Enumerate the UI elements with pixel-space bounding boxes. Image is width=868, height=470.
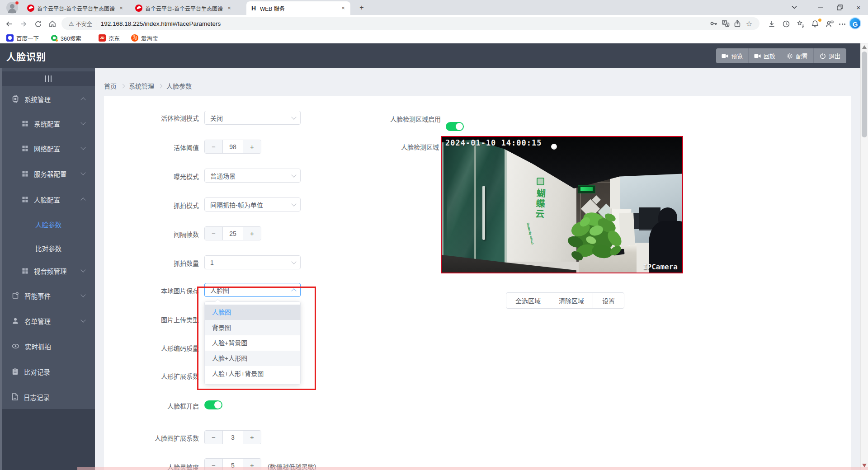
- playback-button[interactable]: 回放: [749, 48, 781, 63]
- chevron-down-icon: [80, 317, 85, 322]
- more-menu-icon[interactable]: [836, 18, 848, 30]
- sidebar-item-network-config[interactable]: 网络配置: [2, 138, 95, 158]
- bookmark-baidu[interactable]: 百度一下: [6, 33, 39, 42]
- extension-g-logo[interactable]: G: [849, 17, 861, 29]
- window-minimize-button[interactable]: [814, 0, 827, 14]
- translate-icon[interactable]: [720, 18, 731, 29]
- browser-profile-avatar[interactable]: [6, 2, 18, 14]
- sidebar-collapse-button[interactable]: [2, 71, 95, 86]
- clear-area-button[interactable]: 清除区域: [550, 292, 593, 309]
- chevron-down-icon: [291, 259, 296, 264]
- chevron-down-icon: [80, 292, 85, 297]
- share-icon[interactable]: [731, 18, 743, 29]
- tab-title: WEB 服务: [260, 5, 337, 12]
- tab-close-icon[interactable]: ×: [118, 5, 125, 12]
- download-icon[interactable]: [766, 18, 778, 30]
- configure-button[interactable]: 配置: [781, 48, 814, 63]
- bookmark-jd[interactable]: JD 京东: [99, 33, 120, 42]
- bookmark-360[interactable]: 360搜索: [51, 33, 81, 42]
- set-area-button[interactable]: 设置: [593, 292, 624, 309]
- forward-icon[interactable]: [18, 19, 29, 29]
- capture-count-select[interactable]: 1: [204, 255, 301, 269]
- sidebar-item-face-parameters[interactable]: 人脸参数: [2, 214, 95, 234]
- feedback-person-icon[interactable]: [824, 18, 835, 30]
- power-icon: [820, 53, 826, 59]
- sidebar-item-face-config[interactable]: 人脸配置: [2, 189, 95, 209]
- sidebar-item-av-manage[interactable]: 视音频管理: [2, 261, 95, 281]
- home-icon[interactable]: [47, 19, 58, 29]
- security-label: 不安全: [76, 20, 92, 28]
- sidebar-item-label: 比对记录: [24, 367, 50, 376]
- increment-button[interactable]: +: [243, 431, 261, 444]
- sidebar-item-log-records[interactable]: 日志记录: [2, 387, 95, 407]
- body-expand-label: 人形扩展系数: [108, 371, 199, 381]
- sidebar-item-compare-parameters[interactable]: 比对参数: [2, 238, 95, 258]
- browser-tab-1[interactable]: 首个云平台-首个云平台生态图谱 ×: [24, 1, 128, 15]
- increment-button[interactable]: +: [243, 140, 261, 153]
- exposure-mode-select[interactable]: 普通场景: [204, 169, 301, 183]
- url-bar[interactable]: ⚠ 不安全 192.168.18.225/index.html#/facePar…: [61, 17, 760, 30]
- select-all-area-button[interactable]: 全选区域: [506, 292, 550, 309]
- window-restore-button[interactable]: [833, 0, 846, 14]
- interval-frames-input[interactable]: [223, 227, 243, 240]
- browser-tab-3-active[interactable]: H WEB 服务 ×: [246, 1, 350, 15]
- breadcrumb-system-manage[interactable]: 系统管理: [129, 81, 154, 90]
- chevron-down-icon: [291, 201, 296, 206]
- scroll-up-arrow[interactable]: [862, 45, 867, 49]
- sidebar-item-compare-records[interactable]: 比对记录: [2, 362, 95, 381]
- tab-title: 首个云平台-首个云平台生态图谱: [37, 5, 115, 12]
- decrement-button[interactable]: −: [205, 431, 223, 444]
- sidebar-item-list-manage[interactable]: 名单管理: [2, 311, 95, 331]
- bookmark-taobao[interactable]: 淘 爱淘宝: [131, 33, 158, 42]
- logout-button[interactable]: 退出: [814, 48, 846, 63]
- live-mode-select[interactable]: 关闭: [204, 111, 301, 125]
- taobao-icon: 淘: [131, 34, 138, 42]
- tab-search-chevron-icon[interactable]: [788, 0, 801, 14]
- history-icon[interactable]: [780, 18, 792, 30]
- breadcrumb-current: 人脸参数: [166, 81, 192, 90]
- sidebar-item-system-config[interactable]: 系统配置: [2, 113, 95, 133]
- live-threshold-input[interactable]: [223, 140, 243, 153]
- face-expand-label: 人脸图扩展系数: [108, 433, 199, 442]
- face-expand-input[interactable]: [223, 431, 243, 444]
- tab-close-icon[interactable]: ×: [226, 5, 233, 12]
- detect-area-enable-toggle[interactable]: [446, 122, 464, 131]
- chevron-down-icon: [80, 120, 85, 125]
- tab-close-icon[interactable]: ×: [340, 5, 347, 12]
- scrollbar-thumb[interactable]: [862, 52, 867, 137]
- sidebar-item-system-manage[interactable]: 系统管理: [2, 89, 95, 109]
- sidebar-item-live-capture[interactable]: 实时抓拍: [2, 336, 95, 356]
- collapse-icon: [48, 75, 49, 82]
- url-text[interactable]: 192.168.18.225/index.html#/faceParameter…: [101, 20, 708, 27]
- browser-tab-2[interactable]: 首个云平台-首个云平台生态图谱 ×: [132, 1, 236, 15]
- window-close-button[interactable]: ×: [852, 0, 865, 14]
- capture-mode-select[interactable]: 间隔抓拍-帧为单位: [204, 197, 301, 212]
- increment-button[interactable]: +: [243, 227, 261, 240]
- capture-count-label: 抓拍数量: [108, 258, 199, 268]
- red-cloud-favicon: [27, 5, 34, 12]
- decrement-button[interactable]: −: [205, 140, 223, 153]
- upload-type-label: 图片上传类型: [108, 315, 199, 324]
- new-tab-button[interactable]: +: [357, 3, 366, 12]
- browser-titlebar: 首个云平台-首个云平台生态图谱 × 首个云平台-首个云平台生态图谱 × H WE…: [0, 0, 868, 15]
- decrement-button[interactable]: −: [205, 227, 223, 240]
- sidebar-item-smart-events[interactable]: 智能事件: [2, 286, 95, 306]
- breadcrumb-home[interactable]: 首页: [104, 81, 117, 90]
- camera-preview[interactable]: 蝴蝶云 Butterfly cloud: [441, 136, 683, 273]
- collections-icon[interactable]: [795, 18, 807, 30]
- scene-logo-icon: [537, 178, 544, 185]
- avatar-body: [8, 9, 16, 13]
- bookmark-star-icon[interactable]: ☆: [743, 18, 755, 29]
- back-icon[interactable]: [4, 19, 14, 29]
- preview-button[interactable]: 预览: [716, 48, 749, 63]
- clipboard-icon: [12, 368, 19, 375]
- bottom-edge-band: [77, 467, 868, 470]
- sidebar-item-server-config[interactable]: 服务器配置: [2, 164, 95, 183]
- body-quality-label: 人形编码质量: [108, 343, 199, 352]
- chevron-down-icon: [80, 145, 85, 150]
- password-key-icon[interactable]: [708, 18, 720, 29]
- button-label: 配置: [796, 52, 807, 60]
- page-scrollbar[interactable]: [860, 43, 868, 470]
- refresh-icon[interactable]: [33, 19, 43, 29]
- face-frame-toggle[interactable]: [204, 400, 222, 409]
